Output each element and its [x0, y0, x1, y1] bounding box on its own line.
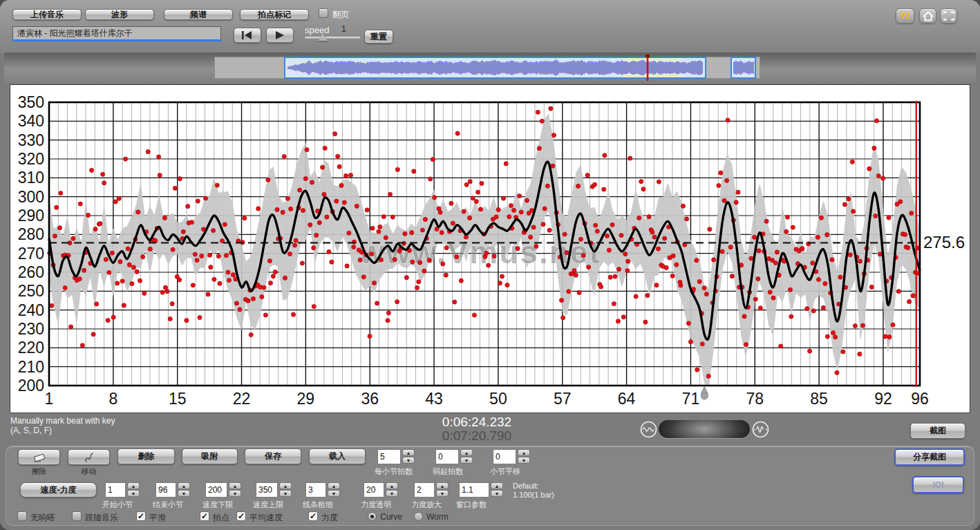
- beat-mark-button[interactable]: 拍点标记: [240, 9, 309, 20]
- y-tick-label: 340: [18, 112, 44, 130]
- rewind-button[interactable]: [234, 28, 261, 43]
- fullscreen-icon: [943, 11, 954, 21]
- spinner2-up-button[interactable]: ▲: [328, 482, 340, 489]
- spinner-up-button[interactable]: ▲: [460, 449, 473, 456]
- play-icon: [274, 30, 285, 40]
- load-button[interactable]: 载入: [309, 448, 366, 464]
- display-mode-radio[interactable]: [414, 512, 423, 521]
- page-turn-checkbox[interactable]: [319, 8, 328, 18]
- spinner2-field: ▲▼速度下限: [205, 482, 244, 510]
- option-checkbox[interactable]: ✓: [200, 511, 209, 521]
- spinner2-input[interactable]: [414, 482, 435, 498]
- spinner2-up-button[interactable]: ▲: [229, 482, 241, 489]
- waveform-view-button[interactable]: 波形: [85, 9, 154, 20]
- spinner2-up-button[interactable]: ▲: [178, 482, 190, 489]
- speed-slider-thumb[interactable]: [318, 33, 328, 41]
- erase-tool-button[interactable]: [18, 449, 60, 465]
- x-tick-label: 78: [746, 390, 764, 408]
- speed-value: 1: [341, 24, 346, 34]
- spinner-down-button[interactable]: ▼: [460, 457, 473, 464]
- option-checkbox-label: 平均速度: [249, 512, 283, 524]
- x-tick-label: 50: [489, 390, 507, 408]
- tempo-chart[interactable]: www.Vmus.net275.620021022023024025026027…: [10, 85, 970, 413]
- spinner2-field: ▲▼结束小节: [156, 482, 193, 510]
- version-v2-button[interactable]: V2: [896, 8, 914, 23]
- x-tick-label: 1: [45, 390, 54, 408]
- spinner2-down-button[interactable]: ▼: [279, 490, 292, 497]
- x-tick-label: 57: [554, 390, 572, 408]
- spinner2-down-button[interactable]: ▼: [328, 490, 340, 497]
- x-tick-label: 85: [810, 390, 828, 408]
- y-tick-label: 230: [18, 320, 44, 338]
- hint-line2: (A, S, D, F): [10, 426, 52, 435]
- home-button[interactable]: [919, 8, 936, 23]
- spinner2-field: ▲▼速度上限: [256, 482, 294, 510]
- x-tick-label: 71: [682, 390, 700, 408]
- option-checkbox[interactable]: ✓: [136, 511, 146, 521]
- time-current: 0:06:24.232: [387, 415, 567, 430]
- option-checkbox[interactable]: [72, 511, 82, 521]
- display-mode-radio-label: Curve: [380, 512, 402, 522]
- spinner2-input[interactable]: [205, 482, 227, 498]
- option-checkbox[interactable]: ✓: [236, 511, 246, 521]
- spinner2-down-button[interactable]: ▼: [229, 490, 241, 497]
- x-tick-label: 36: [361, 390, 379, 408]
- song-title-input[interactable]: [12, 26, 221, 41]
- y-tick-label: 260: [18, 263, 44, 281]
- spinner2-up-button[interactable]: ▲: [386, 482, 398, 489]
- spinner2-input[interactable]: [105, 482, 126, 498]
- spinner2-field: ▲▼力度透明: [364, 482, 401, 510]
- spinner-down-button[interactable]: ▼: [518, 457, 530, 464]
- option-checkbox[interactable]: ✓: [308, 511, 318, 521]
- waveform-zoom-slider[interactable]: [659, 420, 750, 438]
- save-button[interactable]: 保存: [245, 448, 301, 464]
- spinner-up-button[interactable]: ▲: [402, 449, 415, 456]
- x-tick-label: 92: [874, 390, 892, 408]
- spinner2-input[interactable]: [256, 482, 278, 498]
- spinner-down-button[interactable]: ▼: [402, 457, 415, 464]
- waveform-overview[interactable]: [10, 54, 970, 82]
- spinner2-down-button[interactable]: ▼: [386, 490, 398, 497]
- screenshot-button[interactable]: 截图: [910, 423, 965, 439]
- zoom-out-wave-icon[interactable]: [640, 421, 657, 438]
- spinner2-up-button[interactable]: ▲: [127, 482, 140, 489]
- spinner-up-button[interactable]: ▲: [518, 449, 530, 456]
- spinner2-up-button[interactable]: ▲: [436, 482, 449, 489]
- move-tool-button[interactable]: [68, 449, 110, 465]
- spinner-input[interactable]: [435, 449, 459, 464]
- reset-button[interactable]: 重置: [364, 30, 393, 44]
- delete-button[interactable]: 删除: [117, 448, 175, 464]
- y-tick-label: 220: [18, 339, 44, 357]
- fullscreen-button[interactable]: [940, 8, 957, 23]
- zoom-in-wave-icon[interactable]: [752, 421, 769, 438]
- display-mode-radio[interactable]: [368, 512, 377, 521]
- spinner2-input[interactable]: [156, 482, 176, 498]
- spinner2-up-button[interactable]: ▲: [279, 482, 292, 489]
- erase-label: 擦除: [18, 466, 60, 477]
- spinner2-input[interactable]: [364, 482, 384, 498]
- spinner2-input[interactable]: [459, 482, 489, 498]
- y-tick-label: 310: [18, 169, 44, 187]
- play-button[interactable]: [266, 28, 294, 43]
- spinner2-input[interactable]: [305, 482, 326, 498]
- spinner2-down-button[interactable]: ▼: [436, 490, 449, 497]
- spinner-input[interactable]: [493, 449, 516, 464]
- position-marker-bulb[interactable]: [701, 392, 708, 399]
- share-screenshot-button[interactable]: 分享截图: [894, 448, 965, 466]
- spinner2-up-button[interactable]: ▲: [491, 482, 503, 489]
- spinner2-down-button[interactable]: ▼: [491, 490, 503, 497]
- upload-music-button[interactable]: 上传音乐: [12, 9, 82, 20]
- ioi-button[interactable]: IOI: [912, 476, 964, 493]
- spinner2-down-button[interactable]: ▼: [127, 490, 140, 497]
- option-checkbox[interactable]: [17, 511, 27, 521]
- tempo-dynamics-mode-button[interactable]: 速度-力度: [20, 482, 97, 498]
- spinner2-down-button[interactable]: ▼: [178, 490, 190, 497]
- app-window: 上传音乐 波形 频谱 拍点标记 翻页 speed 1 重置 V2: [0, 0, 980, 530]
- spectrum-view-button[interactable]: 频谱: [164, 9, 233, 20]
- y-tick-label: 270: [18, 245, 44, 263]
- speed-slider-track[interactable]: [305, 37, 360, 39]
- spinner-input[interactable]: [377, 449, 401, 464]
- spinner-label: 小节平移: [490, 466, 566, 477]
- y-tick-label: 330: [18, 131, 44, 149]
- snap-button[interactable]: 吸附: [182, 448, 238, 464]
